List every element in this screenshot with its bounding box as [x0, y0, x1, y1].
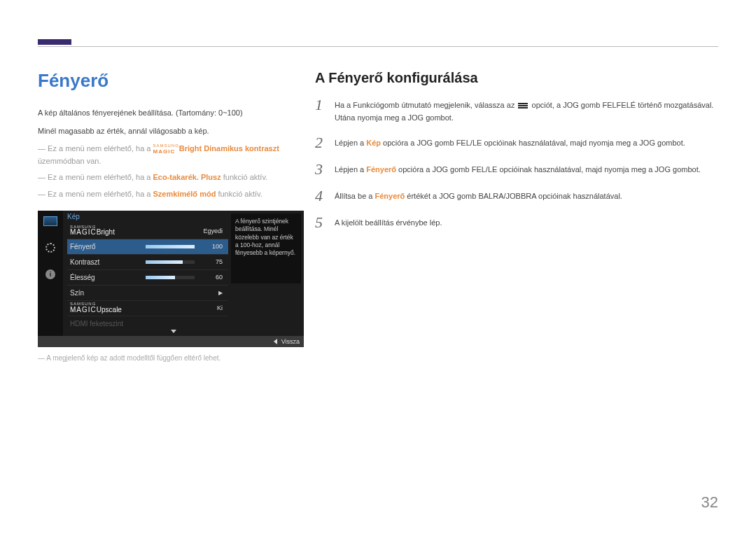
step-2-post: opcióra a JOG gomb FEL/LE opcióinak hasz… — [381, 139, 685, 147]
note-2-post: funkció aktív. — [223, 173, 267, 181]
step-number: 4 — [315, 188, 335, 204]
note-1-bright: Bright — [179, 144, 202, 153]
osd-header: Kép — [67, 213, 80, 220]
page-number: 32 — [701, 493, 718, 512]
step-text: Lépjen a Fényerő opcióra a JOG gomb FEL/… — [335, 162, 701, 176]
step-text: Ha a Funkciógomb útmutató megjelenik, vá… — [335, 97, 718, 124]
monitor-icon — [43, 215, 58, 227]
osd-magic-text-2: MAGIC — [70, 306, 97, 314]
step-4-pre: Állítsa be a — [335, 192, 374, 200]
note-2-mode: Eco-takarék. Plusz — [153, 173, 221, 181]
step-number: 3 — [315, 162, 335, 177]
step-4-post: értékét a JOG gomb BALRA/JOBBRA opcióina… — [405, 192, 622, 200]
triangle-left-icon — [274, 339, 277, 344]
step-3-post: opcióra a JOG gomb FEL/LE opcióinak hasz… — [396, 165, 701, 174]
step-2-hl: Kép — [366, 139, 381, 147]
chevron-right-icon: ▶ — [197, 290, 225, 296]
osd-bright-label: Bright — [97, 228, 115, 236]
step-5-pre: A kijelölt beállítás érvénybe lép. — [335, 218, 442, 227]
step-2-pre: Lépjen a — [335, 139, 366, 147]
note-2: Ez a menü nem elérhető, ha a Eco-takarék… — [38, 171, 304, 184]
step-4: 4 Állítsa be a Fényerő értékét a JOG gom… — [315, 188, 718, 204]
osd-footer: Vissza — [38, 336, 304, 347]
note-3-post: funkció aktív. — [218, 190, 262, 198]
osd-color-label: Szín — [70, 289, 197, 297]
osd-upscale-label: Upscale — [97, 306, 122, 314]
step-3-pre: Lépjen a — [335, 165, 366, 174]
osd-brightness-label: Fényerő — [70, 243, 146, 251]
menu-icon — [518, 103, 528, 109]
step-1: 1 Ha a Funkciógomb útmutató megjelenik, … — [315, 97, 718, 124]
info-icon: i — [43, 268, 58, 281]
description-1: A kép általános fényerejének beállítása.… — [38, 107, 304, 120]
section-title: Fényerő — [38, 70, 304, 92]
step-text: Állítsa be a Fényerő értékét a JOG gomb … — [335, 188, 622, 203]
osd-row-brightness: Fényerő 100 — [67, 239, 228, 254]
osd-contrast-bar — [146, 260, 195, 264]
osd-contrast-label: Kontraszt — [70, 258, 146, 266]
steps-list: 1 Ha a Funkciógomb útmutató megjelenik, … — [315, 97, 718, 230]
step-1-pre: Ha a Funkciógomb útmutató megjelenik, vá… — [335, 101, 517, 109]
description-2: Minél magasabb az érték, annál világosab… — [38, 125, 304, 138]
note-1-mode: Dinamikus kontraszt — [202, 144, 279, 153]
step-number: 5 — [315, 215, 335, 230]
osd-body: SAMSUNG MAGICBright Egyedi Fényerő 100 K… — [67, 223, 228, 335]
subsection-title: A Fényerő konfigurálása — [315, 70, 718, 86]
step-number: 1 — [315, 97, 335, 113]
chevron-down-icon — [171, 330, 176, 333]
note-2-pre: Ez a menü nem elérhető, ha a — [48, 173, 153, 181]
note-1-pre: Ez a menü nem elérhető, ha a — [48, 144, 153, 153]
step-3-hl: Fényerő — [366, 165, 396, 174]
step-4-hl: Fényerő — [374, 192, 405, 200]
osd-upscale-value: Ki — [197, 304, 225, 311]
step-text: A kijelölt beállítás érvénybe lép. — [335, 215, 442, 230]
step-number: 2 — [315, 135, 335, 150]
right-column: A Fényerő konfigurálása 1 Ha a Funkciógo… — [315, 70, 718, 241]
osd-row-sharpness: Élesség 60 — [67, 269, 228, 285]
page-header-rule — [38, 46, 718, 47]
osd-row-magicbright: SAMSUNG MAGICBright Egyedi — [67, 223, 228, 239]
note-3-mode: Szemkímélő mód — [153, 190, 216, 198]
osd-tooltip: A fényerő szintjének beállítása. Minél k… — [231, 213, 301, 283]
note-1: Ez a menü nem elérhető, ha a SAMSUNG MAG… — [38, 143, 304, 167]
osd-footnote: A megjelenő kép az adott modelltől függő… — [38, 354, 304, 362]
osd-brightness-value: 100 — [197, 243, 225, 250]
note-3: Ez a menü nem elérhető, ha a Szemkímélő … — [38, 188, 304, 201]
step-5: 5 A kijelölt beállítás érvénybe lép. — [315, 215, 718, 230]
osd-row-hdmi: HDMI feketeszint — [67, 316, 228, 331]
samsung-brand-text: SAMSUNG — [153, 144, 179, 148]
osd-contrast-value: 75 — [197, 258, 225, 265]
osd-row-upscale: SAMSUNG MAGICUpscale Ki — [67, 300, 228, 316]
osd-brightness-bar — [146, 245, 195, 248]
osd-footer-back: Vissza — [281, 338, 300, 345]
gear-icon — [43, 241, 58, 254]
page-header-accent — [38, 39, 71, 45]
osd-row-contrast: Kontraszt 75 — [67, 254, 228, 269]
osd-sharpness-bar — [146, 276, 195, 279]
osd-magic-text: MAGIC — [70, 228, 97, 236]
osd-bright-value: Egyedi — [197, 227, 225, 234]
osd-sidebar: i — [38, 211, 63, 347]
note-3-pre: Ez a menü nem elérhető, ha a — [48, 190, 153, 198]
step-text: Lépjen a Kép opcióra a JOG gomb FEL/LE o… — [335, 135, 685, 150]
osd-sharpness-label: Élesség — [70, 274, 146, 281]
osd-sharpness-value: 60 — [197, 274, 225, 281]
magic-brand-text: MAGIC — [153, 148, 176, 155]
step-3: 3 Lépjen a Fényerő opcióra a JOG gomb FE… — [315, 162, 718, 177]
osd-row-color: Szín ▶ — [67, 285, 228, 300]
osd-screenshot: i Kép SAMSUNG MAGICBright Egyedi Fényerő… — [38, 211, 304, 347]
left-column: Fényerő A kép általános fényerejének beá… — [38, 70, 304, 362]
step-2: 2 Lépjen a Kép opcióra a JOG gomb FEL/LE… — [315, 135, 718, 150]
note-1-post: üzemmódban van. — [38, 157, 102, 165]
osd-hdmi-label: HDMI feketeszint — [70, 320, 225, 328]
